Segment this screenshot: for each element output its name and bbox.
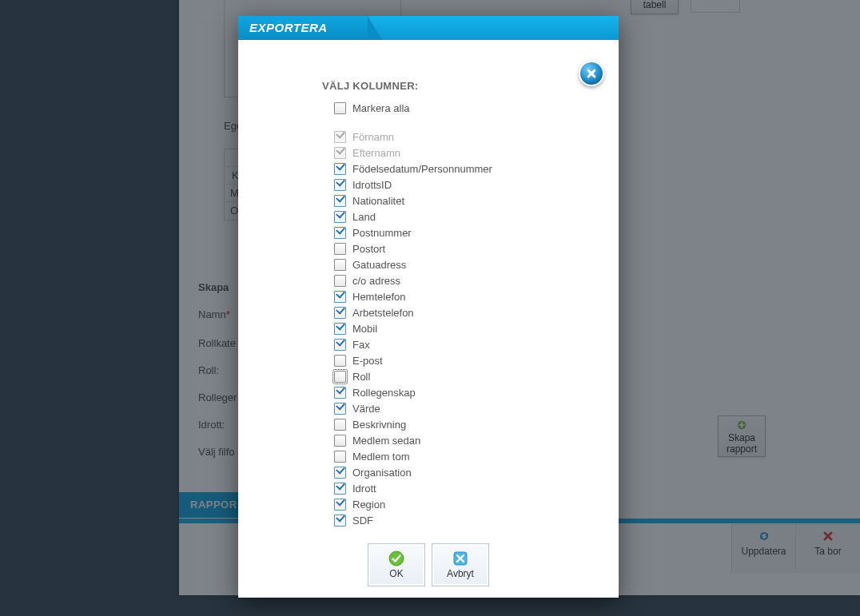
column-label: Land bbox=[352, 211, 376, 223]
column-checkbox[interactable] bbox=[334, 355, 346, 367]
ok-button[interactable]: OK bbox=[368, 543, 425, 586]
column-row[interactable]: E-post bbox=[334, 352, 619, 368]
column-row[interactable]: Rollegenskap bbox=[334, 384, 619, 400]
column-label: Nationalitet bbox=[352, 195, 404, 207]
column-label: Efternamn bbox=[352, 147, 400, 159]
column-row: Förnamn bbox=[334, 129, 619, 145]
column-row[interactable]: Region bbox=[334, 496, 619, 512]
column-label: Rollegenskap bbox=[352, 387, 416, 399]
column-row[interactable]: Medlem sedan bbox=[334, 432, 619, 448]
modal-body: VÄLJ KOLUMNER: Markera alla FörnamnEfter… bbox=[238, 80, 619, 535]
column-label: Medlem sedan bbox=[352, 435, 420, 447]
column-checkbox[interactable] bbox=[334, 467, 346, 479]
column-row[interactable]: Födelsedatum/Personnummer bbox=[334, 161, 619, 177]
column-label: Gatuadress bbox=[352, 259, 406, 271]
column-label: E-post bbox=[352, 355, 383, 367]
spacer bbox=[334, 116, 619, 129]
column-label: Värde bbox=[352, 403, 380, 415]
column-row[interactable]: Roll bbox=[334, 368, 619, 384]
column-checkbox[interactable] bbox=[334, 403, 346, 415]
column-row: Efternamn bbox=[334, 145, 619, 161]
column-checkbox[interactable] bbox=[334, 339, 346, 351]
column-checkbox[interactable] bbox=[334, 515, 346, 527]
column-row[interactable]: Fax bbox=[334, 336, 619, 352]
column-label: Postort bbox=[352, 243, 385, 255]
column-checkbox[interactable] bbox=[334, 419, 346, 431]
column-label: Födelsedatum/Personnummer bbox=[352, 163, 492, 175]
column-checkbox[interactable] bbox=[334, 275, 346, 287]
column-label: Idrott bbox=[352, 483, 376, 495]
column-checkbox[interactable] bbox=[334, 435, 346, 447]
modal-footer: OK Avbryt bbox=[238, 543, 619, 588]
column-label: Mobil bbox=[352, 323, 377, 335]
column-row[interactable]: Medlem tom bbox=[334, 448, 619, 464]
select-all-row[interactable]: Markera alla bbox=[334, 100, 619, 116]
column-label: Postnummer bbox=[352, 227, 412, 239]
select-all-checkbox[interactable] bbox=[334, 102, 346, 114]
modal-title: EXPORTERA bbox=[238, 16, 368, 40]
column-row[interactable]: c/o adress bbox=[334, 272, 619, 288]
column-label: Arbetstelefon bbox=[352, 307, 414, 319]
check-circle-icon bbox=[388, 550, 404, 566]
column-row[interactable]: Nationalitet bbox=[334, 193, 619, 209]
column-row[interactable]: Hemtelefon bbox=[334, 288, 619, 304]
column-checkbox[interactable] bbox=[334, 163, 346, 175]
column-checkbox bbox=[334, 131, 346, 143]
modal-header: EXPORTERA bbox=[238, 16, 619, 40]
column-checkbox[interactable] bbox=[334, 259, 346, 271]
column-row[interactable]: Mobil bbox=[334, 320, 619, 336]
ok-label: OK bbox=[389, 568, 403, 579]
columns-section-title: VÄLJ KOLUMNER: bbox=[322, 80, 619, 92]
column-row[interactable]: Idrott bbox=[334, 480, 619, 496]
column-checkbox[interactable] bbox=[334, 371, 346, 383]
cancel-button[interactable]: Avbryt bbox=[432, 543, 489, 586]
column-checkbox[interactable] bbox=[334, 227, 346, 239]
select-all-label: Markera alla bbox=[352, 102, 410, 114]
column-checkbox bbox=[334, 147, 346, 159]
column-label: IdrottsID bbox=[352, 179, 392, 191]
column-row[interactable]: Arbetstelefon bbox=[334, 304, 619, 320]
column-row[interactable]: Land bbox=[334, 209, 619, 225]
column-checkbox[interactable] bbox=[334, 323, 346, 335]
column-row[interactable]: SDF bbox=[334, 512, 619, 528]
column-checkbox[interactable] bbox=[334, 483, 346, 495]
column-row[interactable]: IdrottsID bbox=[334, 177, 619, 193]
column-checkbox[interactable] bbox=[334, 499, 346, 511]
column-label: c/o adress bbox=[352, 275, 400, 287]
column-row[interactable]: Beskrivning bbox=[334, 416, 619, 432]
column-row[interactable]: Värde bbox=[334, 400, 619, 416]
column-checkbox[interactable] bbox=[334, 451, 346, 463]
column-label: Fax bbox=[352, 339, 370, 351]
column-row[interactable]: Postnummer bbox=[334, 225, 619, 240]
column-checkbox[interactable] bbox=[334, 195, 346, 207]
column-checkbox[interactable] bbox=[334, 179, 346, 191]
column-checkbox[interactable] bbox=[334, 211, 346, 223]
column-label: Förnamn bbox=[352, 131, 394, 143]
column-checkbox[interactable] bbox=[334, 243, 346, 255]
column-label: Beskrivning bbox=[352, 419, 406, 431]
column-label: SDF bbox=[352, 515, 373, 527]
cancel-label: Avbryt bbox=[447, 568, 474, 579]
column-label: Roll bbox=[352, 371, 370, 383]
column-checkbox[interactable] bbox=[334, 387, 346, 399]
column-row[interactable]: Organisation bbox=[334, 464, 619, 480]
cancel-icon bbox=[452, 550, 468, 566]
column-checkbox[interactable] bbox=[334, 291, 346, 303]
column-label: Organisation bbox=[352, 467, 412, 479]
column-label: Region bbox=[352, 499, 385, 511]
column-label: Medlem tom bbox=[352, 451, 410, 463]
column-checkbox[interactable] bbox=[334, 307, 346, 319]
column-row[interactable]: Postort bbox=[334, 240, 619, 256]
column-label: Hemtelefon bbox=[352, 291, 405, 303]
export-modal: EXPORTERA VÄLJ KOLUMNER: Markera alla Fö… bbox=[238, 16, 619, 598]
column-row[interactable]: Gatuadress bbox=[334, 256, 619, 272]
